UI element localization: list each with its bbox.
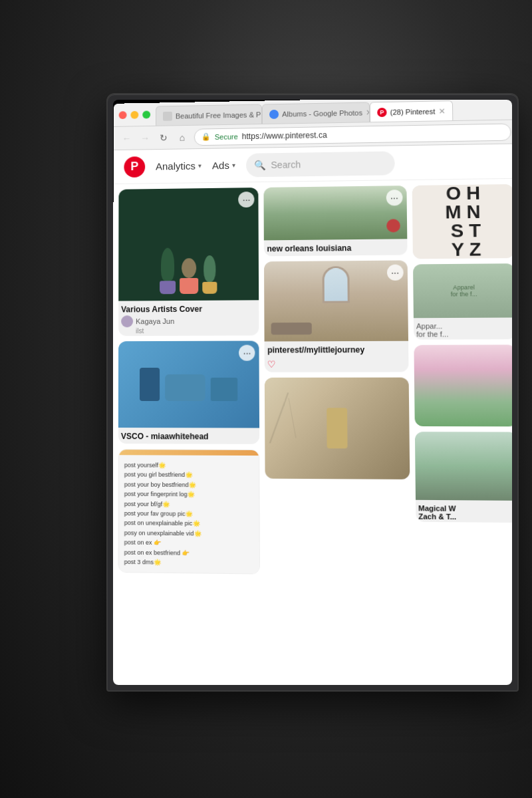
search-bar[interactable]: 🔍 Search xyxy=(246,151,395,177)
ads-chevron: ▾ xyxy=(232,162,235,169)
list-item: post your boy bestfriend🌟 xyxy=(124,479,254,490)
blue-item-2 xyxy=(165,374,205,401)
pin-info-room: pinterest//mylittlejourney xyxy=(265,341,408,358)
pinterest-logo[interactable]: P xyxy=(124,156,145,178)
browser-window: Beautiful Free Images & Pictu... ✕ Album… xyxy=(113,100,512,685)
column-3: A BO HM NS TY Z5 6 Apparelfor the f... A… xyxy=(412,184,512,685)
pin-typography[interactable]: A BO HM NS TY Z5 6 xyxy=(412,184,512,259)
apparel-label: Appar...for the f... xyxy=(416,322,512,338)
screen-bezel: Beautiful Free Images & Pictu... ✕ Album… xyxy=(113,100,512,685)
close-button[interactable] xyxy=(119,111,127,119)
plant-left xyxy=(160,248,176,295)
pin-title-artists: Various Artists Cover xyxy=(121,304,256,314)
home-button[interactable]: ⌂ xyxy=(176,132,189,142)
pin-info-apparel: Appar...for the f... xyxy=(414,318,512,340)
pin-image-text-list: post yourself🌟 post you girl bestfriend🌟… xyxy=(119,455,260,574)
list-item: post yourself🌟 xyxy=(124,460,254,470)
secure-icon: 🔒 xyxy=(201,132,211,141)
pin-more-new-orleans[interactable]: ··· xyxy=(386,190,402,205)
vase-center xyxy=(180,278,198,294)
pin-actions-room: ♡ xyxy=(265,357,408,372)
pin-title-new-orleans: new orleans louisiana xyxy=(267,243,404,253)
analytics-chevron: ▾ xyxy=(198,162,201,170)
maximize-button[interactable] xyxy=(142,110,150,118)
pin-info-new-orleans: new orleans louisiana xyxy=(264,239,407,256)
plant-center xyxy=(180,258,198,294)
pin-room[interactable]: pinterest//mylittlejourney ♡ ··· xyxy=(264,260,408,372)
plant-top-center xyxy=(182,258,196,278)
author-avatar xyxy=(121,315,133,327)
list-item: post your fav group pic🌟 xyxy=(124,509,254,519)
list-item: post on ex 👉 xyxy=(124,538,254,549)
tab-2-favicon xyxy=(269,109,279,118)
sofa xyxy=(271,323,312,334)
list-item: post your fingerprint log🌟 xyxy=(124,489,254,500)
analytics-label: Analytics xyxy=(156,160,196,172)
tab-2[interactable]: Albums - Google Photos ✕ xyxy=(262,102,370,124)
arch-window xyxy=(322,266,349,303)
forward-button[interactable]: → xyxy=(138,132,152,143)
plant-top-left xyxy=(161,248,174,281)
pin-garden[interactable] xyxy=(414,344,512,426)
plant-pot xyxy=(386,219,400,232)
tab-3-close[interactable]: ✕ xyxy=(438,106,445,116)
pin-various-artists[interactable]: Various Artists Cover Kagaya Jun ilst ··… xyxy=(118,188,259,336)
tab-3[interactable]: P (28) Pinterest ✕ xyxy=(370,100,453,122)
list-item: post you girl bestfriend🌟 xyxy=(124,470,254,481)
tab-3-label: (28) Pinterest xyxy=(390,107,436,116)
pin-info-artists: Various Artists Cover Kagaya Jun ilst xyxy=(118,300,259,336)
tab-2-label: Albums - Google Photos xyxy=(282,108,362,118)
pin-image-new-orleans xyxy=(264,186,407,240)
minimize-button[interactable] xyxy=(130,110,138,118)
url-display: https://www.pinterest.ca xyxy=(242,130,327,141)
marble-vein-1 xyxy=(269,392,289,444)
traffic-lights xyxy=(119,110,150,119)
pin-marble[interactable] xyxy=(265,378,410,479)
vase-left xyxy=(160,281,176,294)
pin-magical[interactable]: Magical WZach & T... xyxy=(415,432,512,523)
pin-info-magical: Magical WZach & T... xyxy=(416,500,512,523)
ads-nav-link[interactable]: Ads ▾ xyxy=(212,160,235,171)
list-item: post 3 dms🌟 xyxy=(124,557,255,569)
laptop-frame: Beautiful Free Images & Pictu... ✕ Album… xyxy=(106,93,519,692)
tab-1[interactable]: Beautiful Free Images & Pictu... ✕ xyxy=(156,104,262,126)
masonry-grid: Various Artists Cover Kagaya Jun ilst ··… xyxy=(113,179,512,685)
tab-1-favicon xyxy=(163,111,172,120)
blue-item-3 xyxy=(211,378,238,401)
analytics-nav-link[interactable]: Analytics ▾ xyxy=(156,160,201,172)
column-1: Various Artists Cover Kagaya Jun ilst ··… xyxy=(118,188,261,685)
pin-vsco[interactable]: VSCO - miaawhitehead ··· xyxy=(118,340,260,444)
pin-more-room[interactable]: ··· xyxy=(387,265,404,281)
plant-top-right xyxy=(203,255,215,282)
tab-3-favicon: P xyxy=(377,107,386,116)
ads-label: Ads xyxy=(212,160,229,171)
pin-text-list[interactable]: post yourself🌟 post you girl bestfriend🌟… xyxy=(118,449,261,575)
pin-title-magical: Magical WZach & T... xyxy=(418,504,512,521)
marble-vein-2 xyxy=(289,398,297,438)
list-item: post on unexplainable pic🌟 xyxy=(124,518,254,529)
heart-icon[interactable]: ♡ xyxy=(267,359,276,370)
pin-author-artists: Kagaya Jun xyxy=(121,315,257,327)
vase-right xyxy=(202,282,217,294)
typography-display: A BO HM NS TY Z5 6 xyxy=(444,184,481,259)
pin-image-magical xyxy=(415,432,512,501)
pinterest-nav: P Analytics ▾ Ads ▾ 🔍 Search xyxy=(114,144,512,184)
pin-image-apparel: Apparelfor the f... xyxy=(413,263,512,318)
pin-new-orleans[interactable]: new orleans louisiana ··· xyxy=(264,186,407,256)
pin-title-room: pinterest//mylittlejourney xyxy=(267,345,406,355)
pin-image-marble xyxy=(265,378,410,479)
pin-apparel[interactable]: Apparelfor the f... Appar...for the f... xyxy=(413,263,512,340)
pin-image-garden xyxy=(414,344,512,426)
column-2: new orleans louisiana ··· xyxy=(264,186,412,685)
list-item: post your bf/gf🌟 xyxy=(124,499,254,509)
pin-image-dark-plants xyxy=(118,188,259,301)
back-button[interactable]: ← xyxy=(120,133,134,144)
reload-button[interactable]: ↻ xyxy=(157,132,170,143)
pin-title-vsco: VSCO - miaawhitehead xyxy=(121,432,257,442)
pin-image-typography: A BO HM NS TY Z5 6 xyxy=(412,184,512,259)
author-sub: ilst xyxy=(121,327,257,334)
address-bar[interactable]: 🔒 Secure https://www.pinterest.ca xyxy=(194,123,511,146)
tab-1-label: Beautiful Free Images & Pictu... xyxy=(176,110,262,120)
marble-object xyxy=(327,408,347,448)
apparel-text: Apparelfor the f... xyxy=(451,284,477,298)
